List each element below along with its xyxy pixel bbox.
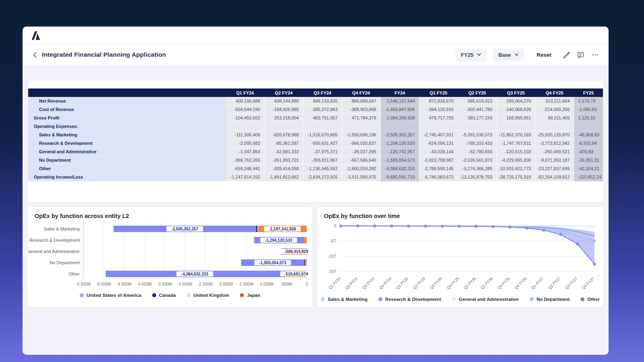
table-cell[interactable] bbox=[342, 122, 380, 131]
table-cell[interactable] bbox=[497, 122, 535, 131]
table-cell[interactable]: 2,548,157,544 bbox=[380, 97, 419, 105]
function-legend-item[interactable]: Other bbox=[580, 297, 600, 302]
table-cell[interactable] bbox=[264, 122, 303, 131]
table-cell[interactable]: -1,463,847,606 bbox=[380, 105, 419, 114]
table-cell[interactable]: -659,248,441 bbox=[226, 165, 264, 173]
table-cell[interactable]: 299,064,279 bbox=[497, 97, 535, 105]
table-cell[interactable]: -928,414,058 bbox=[264, 165, 303, 173]
table-cell[interactable]: -1,891,812,662 bbox=[264, 173, 303, 181]
table-cell[interactable]: 99,211,409 bbox=[535, 114, 574, 122]
table-cell[interactable]: -567,586,640 bbox=[342, 156, 380, 165]
table-cell[interactable]: 685,619,023 bbox=[458, 97, 496, 105]
table-cell[interactable]: 478,717,755 bbox=[419, 114, 458, 122]
table-cell[interactable] bbox=[535, 122, 574, 131]
table-cell[interactable]: -16,351,31 bbox=[574, 156, 603, 165]
table-cell[interactable]: -550,631,427 bbox=[303, 139, 342, 148]
period-selector-dropdown[interactable]: FY25 bbox=[455, 49, 487, 61]
table-cell[interactable]: -37,975,371 bbox=[303, 148, 342, 156]
comment-button[interactable] bbox=[577, 51, 584, 59]
table-cell[interactable]: -260,499,521 bbox=[535, 148, 574, 156]
table-cell[interactable]: -42,681,332 bbox=[264, 148, 303, 156]
table-cell[interactable]: -110,852,24 bbox=[574, 173, 603, 181]
table-cell[interactable]: -394,120,915 bbox=[419, 105, 458, 114]
table-cell[interactable]: -45,908,93 bbox=[574, 131, 603, 139]
table-cell[interactable]: -6,910,94 bbox=[574, 139, 603, 148]
table-cell[interactable]: 158,995,651 bbox=[497, 114, 535, 122]
table-cell[interactable]: -4,384,632,333 bbox=[380, 165, 419, 173]
version-selector-dropdown[interactable]: Base bbox=[493, 49, 524, 61]
table-cell[interactable]: -42,324,21 bbox=[574, 165, 603, 173]
table-cell[interactable]: -566,030,837 bbox=[342, 139, 380, 148]
table-cell[interactable]: -1,204,120,533 bbox=[380, 139, 419, 148]
entity-legend-item[interactable]: Canada bbox=[152, 293, 176, 298]
table-cell[interactable] bbox=[419, 122, 458, 131]
table-cell[interactable]: 872,838,670 bbox=[419, 97, 458, 105]
table-cell[interactable]: -23,327,837,699 bbox=[535, 165, 574, 173]
table-cell[interactable]: -120,615,103 bbox=[497, 148, 535, 156]
table-cell[interactable]: -388,903,668 bbox=[342, 105, 380, 114]
table-cell[interactable]: -2,788,590,145 bbox=[419, 165, 458, 173]
table-cell[interactable]: 1,084,309,938 bbox=[380, 114, 419, 122]
table-cell[interactable]: -85,362,587 bbox=[264, 139, 303, 148]
table-cell[interactable]: -5,274,366,285 bbox=[458, 165, 496, 173]
table-cell[interactable]: -2,026,561,873 bbox=[458, 156, 496, 165]
table-cell[interactable]: 383,177,243 bbox=[458, 114, 496, 122]
back-button[interactable] bbox=[32, 51, 37, 58]
table-cell[interactable]: -5,391,036,573 bbox=[458, 131, 496, 139]
table-cell[interactable] bbox=[303, 122, 342, 131]
table-cell[interactable]: -184,926,885 bbox=[264, 105, 303, 114]
table-cell[interactable]: -13,126,878,753 bbox=[458, 173, 496, 181]
table-cell[interactable]: -355,811,967 bbox=[303, 156, 342, 165]
table-cell[interactable]: -4,229,995,300 bbox=[497, 156, 535, 165]
table-cell[interactable]: -62,254,109,812 bbox=[535, 173, 574, 181]
table-cell[interactable] bbox=[226, 122, 264, 131]
table-cell[interactable]: -1,023,708,987 bbox=[419, 156, 458, 165]
table-cell[interactable]: -28,725,175,319 bbox=[497, 173, 535, 181]
table-cell[interactable]: -476,93 bbox=[574, 148, 603, 156]
table-cell[interactable] bbox=[574, 122, 603, 131]
table-cell[interactable]: -3,773,812,942 bbox=[535, 139, 574, 148]
table-cell[interactable]: -111,306,409 bbox=[226, 131, 264, 139]
table-cell[interactable]: -1,136,945,552 bbox=[303, 165, 342, 173]
table-cell[interactable]: 313,211,664 bbox=[535, 97, 574, 105]
table-cell[interactable]: -1,050,63 bbox=[574, 105, 603, 114]
table-cell[interactable]: -52,780,833 bbox=[458, 148, 496, 156]
table-cell[interactable]: -1,555,054,573 bbox=[380, 156, 419, 165]
more-options-button[interactable] bbox=[591, 51, 599, 59]
entity-legend-item[interactable]: Japan bbox=[240, 293, 260, 298]
table-cell[interactable]: -1,660,024,282 bbox=[342, 165, 380, 173]
table-cell[interactable]: -2,095,682 bbox=[226, 139, 264, 148]
table-cell[interactable]: 400,190,688 bbox=[226, 97, 264, 105]
table-cell[interactable]: -261,893,701 bbox=[264, 156, 303, 165]
table-cell[interactable]: 253,218,004 bbox=[264, 114, 303, 122]
table-cell[interactable]: 471,784,379 bbox=[342, 114, 380, 122]
table-cell[interactable]: 463,761,057 bbox=[303, 114, 342, 122]
function-legend-item[interactable]: No Department bbox=[530, 297, 570, 302]
table-cell[interactable]: -369,762,265 bbox=[226, 156, 264, 165]
function-legend-item[interactable]: Sales & Marketing bbox=[321, 297, 367, 302]
table-cell[interactable]: -6,746,083,672 bbox=[419, 173, 458, 181]
table-cell[interactable]: 438,144,889 bbox=[264, 97, 303, 105]
table-cell[interactable]: -1,747,767,611 bbox=[497, 139, 535, 148]
reset-button[interactable]: Reset bbox=[537, 52, 551, 58]
table-cell[interactable]: -2,745,407,021 bbox=[419, 131, 458, 139]
table-cell[interactable]: 2,170,73 bbox=[574, 97, 603, 105]
table-cell[interactable]: -1,247,914,152 bbox=[226, 173, 264, 181]
table-cell[interactable] bbox=[458, 122, 496, 131]
entity-legend-item[interactable]: United States of America bbox=[80, 293, 141, 298]
table-cell[interactable]: -504,644,190 bbox=[226, 105, 264, 114]
table-cell[interactable]: -826,678,988 bbox=[264, 131, 303, 139]
table-cell[interactable]: 1,120,10 bbox=[574, 114, 603, 122]
table-cell[interactable]: -43,039,144 bbox=[419, 148, 458, 156]
table-cell[interactable]: -120,741,957 bbox=[380, 148, 419, 156]
table-cell[interactable]: -624,056,131 bbox=[419, 139, 458, 148]
table-cell[interactable]: -9,071,050,187 bbox=[535, 156, 574, 165]
table-cell[interactable]: -9,685,591,715 bbox=[380, 173, 419, 181]
table-cell[interactable]: -39,037,399 bbox=[342, 148, 380, 156]
table-cell[interactable]: -3,505,352,257 bbox=[380, 131, 419, 139]
table-cell[interactable]: -10,933,422,773 bbox=[497, 165, 535, 173]
table-cell[interactable]: -1,047,854 bbox=[226, 148, 264, 156]
table-cell[interactable]: -104,453,502 bbox=[226, 114, 264, 122]
entity-legend-item[interactable]: United Kingdom bbox=[187, 293, 229, 298]
table-cell[interactable]: 849,133,920 bbox=[303, 97, 342, 105]
